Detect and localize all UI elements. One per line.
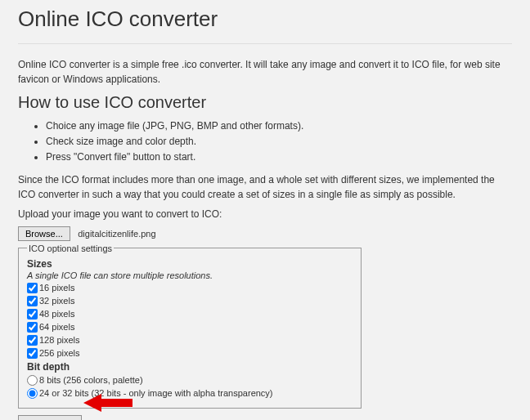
list-item: Check size image and color depth. xyxy=(46,134,512,150)
sizes-hint: A single ICO file can store multiple res… xyxy=(27,270,353,280)
convert-button[interactable]: Convert file xyxy=(18,415,82,420)
size-checkbox-16[interactable] xyxy=(27,283,38,293)
size-label: 16 pixels xyxy=(39,283,74,293)
sizes-title: Sizes xyxy=(27,258,353,270)
size-label: 64 pixels xyxy=(39,322,74,332)
size-label: 32 pixels xyxy=(39,296,74,306)
selected-file-name: digitalcitizenlife.png xyxy=(78,229,155,239)
bitdepth-radio-32[interactable] xyxy=(27,388,38,399)
upload-label: Upload your image you want to convert to… xyxy=(18,207,512,221)
size-label: 128 pixels xyxy=(39,335,80,345)
bitdepth-title: Bit depth xyxy=(27,361,353,373)
size-checkbox-48[interactable] xyxy=(27,309,38,319)
size-checkbox-64[interactable] xyxy=(27,322,38,333)
size-checkbox-256[interactable] xyxy=(27,348,38,359)
bitdepth-radio-8[interactable] xyxy=(27,375,38,386)
fieldset-legend: ICO optional settings xyxy=(27,244,114,253)
ico-settings-fieldset: ICO optional settings Sizes A single ICO… xyxy=(18,244,362,409)
size-checkbox-32[interactable] xyxy=(27,296,38,306)
list-item: Press "Convert file" button to start. xyxy=(46,150,512,165)
bitdepth-label: 8 bits (256 colors, palette) xyxy=(39,375,143,385)
divider xyxy=(18,43,512,44)
size-label: 256 pixels xyxy=(39,348,80,358)
howto-heading: How to use ICO converter xyxy=(18,93,512,112)
note-text: Since the ICO format includes more than … xyxy=(18,172,512,202)
browse-button[interactable]: Browse... xyxy=(18,226,70,241)
size-label: 48 pixels xyxy=(39,309,74,319)
howto-list: Choice any image file (JPG, PNG, BMP and… xyxy=(18,118,512,166)
bitdepth-label: 24 or 32 bits (32 bits - only image with… xyxy=(39,388,273,398)
size-checkbox-128[interactable] xyxy=(27,335,38,346)
page-title: Online ICO converter xyxy=(18,7,512,32)
intro-text: Online ICO converter is a simple free .i… xyxy=(18,57,512,87)
list-item: Choice any image file (JPG, PNG, BMP and… xyxy=(46,118,512,134)
